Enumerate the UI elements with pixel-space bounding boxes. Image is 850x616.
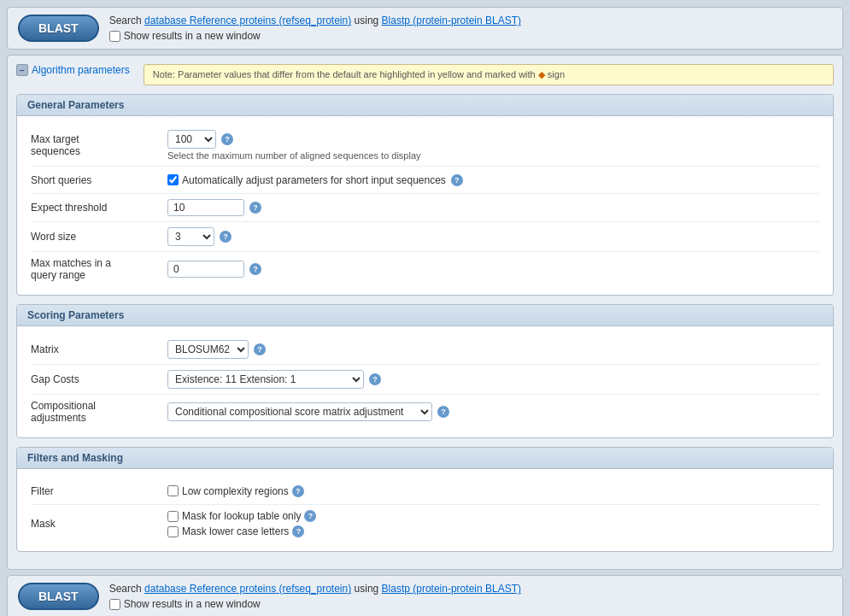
filter-row: Filter Low complexity regions ? <box>31 478 819 505</box>
max-target-desc: Select the maximum number of aligned seq… <box>167 150 421 161</box>
search-db-link[interactable]: database Reference proteins (refseq_prot… <box>144 15 351 26</box>
expect-threshold-row: Expect threshold ? <box>31 194 819 222</box>
scoring-params-section: Scoring Parameters Matrix BLOSUM62 BLOSU… <box>16 304 834 438</box>
algorithm-toggle-label: Algorithm parameters <box>32 64 130 76</box>
filter-help-icon[interactable]: ? <box>292 485 304 497</box>
mask-lookup-checkbox[interactable] <box>167 511 179 522</box>
max-target-label: Max targetsequences <box>31 133 167 157</box>
footer-search-db-link[interactable]: database Reference proteins (refseq_prot… <box>144 583 351 595</box>
word-size-help-icon[interactable]: ? <box>220 231 232 243</box>
max-matches-help-icon[interactable]: ? <box>249 263 261 275</box>
max-matches-control: ? <box>167 261 819 278</box>
expect-threshold-input[interactable] <box>167 199 244 216</box>
expect-threshold-control: ? <box>167 199 819 216</box>
mask-options: Mask for lookup table only ? Mask lower … <box>167 510 316 537</box>
bottom-search-info: Search database Reference proteins (refs… <box>109 583 521 610</box>
max-target-help-icon[interactable]: ? <box>221 133 233 145</box>
algorithm-toggle[interactable]: − Algorithm parameters <box>16 64 130 76</box>
max-matches-label: Max matches in aquery range <box>31 257 167 281</box>
compositional-control: Conditional compositional score matrix a… <box>167 402 819 421</box>
show-results-checkbox[interactable] <box>109 31 120 42</box>
short-queries-control: Automatically adjust parameters for shor… <box>167 174 819 186</box>
compositional-select[interactable]: Conditional compositional score matrix a… <box>167 402 432 421</box>
short-queries-help-icon[interactable]: ? <box>451 174 463 186</box>
search-algo-link[interactable]: Blastp (protein-protein BLAST) <box>382 15 521 26</box>
top-search-info: Search database Reference proteins (refs… <box>109 15 521 42</box>
gap-costs-select[interactable]: Existence: 11 Extension: 1 Existence: 10… <box>167 370 364 389</box>
mask-lowercase-label: Mask lower case letters <box>182 525 289 537</box>
note-text: Note: Parameter values that differ from … <box>153 69 536 79</box>
bottom-blast-button[interactable]: BLAST <box>18 583 99 610</box>
compositional-row: Compositionaladjustments Conditional com… <box>31 395 819 429</box>
note-sign: sign <box>548 69 565 79</box>
short-queries-checkbox[interactable] <box>167 174 179 185</box>
top-blast-button[interactable]: BLAST <box>18 15 99 42</box>
max-target-control: 100 50 250 500 1000 ? Select the maximum… <box>167 130 421 161</box>
bottom-blast-bar: BLAST Search database Reference proteins… <box>7 575 843 616</box>
algorithm-header: − Algorithm parameters Note: Parameter v… <box>16 64 834 85</box>
filters-masking-header: Filters and Masking <box>17 448 833 469</box>
matrix-select[interactable]: BLOSUM62 BLOSUM45 BLOSUM50 BLOSUM80 PAM3… <box>167 340 249 359</box>
gap-costs-help-icon[interactable]: ? <box>369 373 381 385</box>
filters-masking-body: Filter Low complexity regions ? Mask <box>17 469 833 551</box>
gap-costs-label: Gap Costs <box>31 373 167 385</box>
toggle-minus-icon: − <box>16 64 28 76</box>
short-queries-row: Short queries Automatically adjust param… <box>31 167 819 194</box>
general-params-title: General Parameters <box>27 99 124 111</box>
compositional-label: Compositionaladjustments <box>31 400 167 424</box>
note-box: Note: Parameter values that differ from … <box>144 64 834 85</box>
max-matches-input[interactable] <box>167 261 244 278</box>
mask-label: Mask <box>31 518 167 530</box>
general-params-body: Max targetsequences 100 50 250 500 1000 … <box>17 116 833 295</box>
footer-search-prefix: Search <box>109 583 142 595</box>
footer-show-results-checkbox[interactable] <box>109 599 120 610</box>
filters-masking-section: Filters and Masking Filter Low complexit… <box>16 447 834 552</box>
word-size-row: Word size 2 3 6 ? <box>31 222 819 252</box>
matrix-help-icon[interactable]: ? <box>254 343 266 355</box>
scoring-params-body: Matrix BLOSUM62 BLOSUM45 BLOSUM50 BLOSUM… <box>17 326 833 437</box>
general-params-header: General Parameters <box>17 95 833 116</box>
matrix-row: Matrix BLOSUM62 BLOSUM45 BLOSUM50 BLOSUM… <box>31 335 819 365</box>
general-params-section: General Parameters Max targetsequences 1… <box>16 94 834 296</box>
word-size-label: Word size <box>31 231 167 243</box>
max-target-sequences-row: Max targetsequences 100 50 250 500 1000 … <box>31 125 819 167</box>
gap-costs-row: Gap Costs Existence: 11 Extension: 1 Exi… <box>31 365 819 395</box>
compositional-help-icon[interactable]: ? <box>437 406 449 418</box>
expect-threshold-help-icon[interactable]: ? <box>249 202 261 214</box>
filter-control: Low complexity regions ? <box>167 485 819 497</box>
scoring-params-header: Scoring Parameters <box>17 305 833 326</box>
mask-lowercase-help-icon[interactable]: ? <box>292 525 304 537</box>
footer-search-algo-link[interactable]: Blastp (protein-protein BLAST) <box>382 583 521 595</box>
filter-low-complexity-checkbox[interactable] <box>167 485 179 496</box>
max-target-select[interactable]: 100 50 250 500 1000 <box>167 130 216 149</box>
mask-lowercase-row: Mask lower case letters ? <box>167 525 316 537</box>
top-blast-bar: BLAST Search database Reference proteins… <box>7 7 843 50</box>
word-size-select[interactable]: 2 3 6 <box>167 227 214 246</box>
matrix-control: BLOSUM62 BLOSUM45 BLOSUM50 BLOSUM80 PAM3… <box>167 340 819 359</box>
filter-low-complexity-label: Low complexity regions <box>182 485 289 497</box>
short-queries-text: Automatically adjust parameters for shor… <box>182 174 446 186</box>
search-using-text: using <box>355 15 379 26</box>
mask-lookup-label: Mask for lookup table only <box>182 510 301 522</box>
short-queries-label: Short queries <box>31 174 167 186</box>
show-results-label: Show results in a new window <box>124 30 261 42</box>
mask-lowercase-checkbox[interactable] <box>167 526 179 537</box>
mask-lookup-row: Mask for lookup table only ? <box>167 510 316 522</box>
filters-masking-title: Filters and Masking <box>27 452 123 464</box>
search-prefix: Search <box>109 15 142 26</box>
mask-lookup-help-icon[interactable]: ? <box>304 510 316 522</box>
gap-costs-control: Existence: 11 Extension: 1 Existence: 10… <box>167 370 819 389</box>
mask-row: Mask Mask for lookup table only ? Mask l… <box>31 505 819 543</box>
mask-control: Mask for lookup table only ? Mask lower … <box>167 510 819 537</box>
matrix-label: Matrix <box>31 343 167 355</box>
max-matches-row: Max matches in aquery range ? <box>31 252 819 286</box>
short-queries-checkbox-label: Automatically adjust parameters for shor… <box>167 174 446 186</box>
main-content: − Algorithm parameters Note: Parameter v… <box>7 55 843 570</box>
footer-show-results-label: Show results in a new window <box>124 598 261 610</box>
expect-threshold-label: Expect threshold <box>31 202 167 214</box>
scoring-params-title: Scoring Parameters <box>27 309 124 321</box>
filter-label: Filter <box>31 485 167 497</box>
word-size-control: 2 3 6 ? <box>167 227 819 246</box>
footer-search-using-text: using <box>355 583 379 595</box>
note-diamond: ◆ <box>538 69 545 79</box>
